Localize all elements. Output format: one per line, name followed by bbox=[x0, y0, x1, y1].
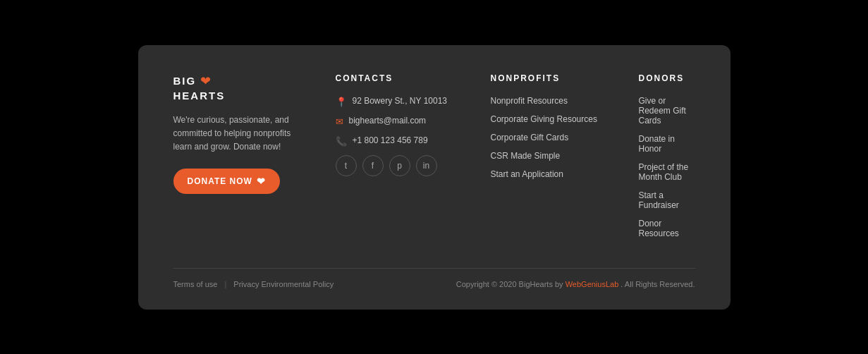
donors-links: Give or Redeem Gift CardsDonate in Honor… bbox=[639, 96, 695, 238]
social-icons: t f p in bbox=[336, 155, 463, 176]
footer: BIG ❤ HEARTS We're curious, passionate, … bbox=[138, 45, 731, 310]
donor-link[interactable]: Give or Redeem Gift Cards bbox=[639, 96, 695, 126]
copyright-link[interactable]: WebGeniusLab bbox=[566, 280, 619, 288]
brand-logo: BIG ❤ HEARTS bbox=[173, 73, 307, 103]
heart-icon: ❤ bbox=[200, 73, 211, 89]
donor-link[interactable]: Project of the Month Club bbox=[639, 162, 695, 182]
brand-text-line1: BIG bbox=[173, 74, 197, 88]
contact-phone: 📞 +1 800 123 456 789 bbox=[336, 135, 463, 147]
copyright-suffix: . All Rights Reserved. bbox=[621, 280, 695, 288]
footer-legal: Terms of use | Privacy Environmental Pol… bbox=[173, 280, 334, 288]
contact-address: 📍 92 Bowery St., NY 10013 bbox=[336, 96, 463, 107]
pinterest-button[interactable]: p bbox=[389, 155, 410, 176]
nonprofits-heading: NONPROFITS bbox=[491, 73, 611, 83]
footer-top: BIG ❤ HEARTS We're curious, passionate, … bbox=[173, 73, 695, 247]
donate-heart-icon: ❤ bbox=[257, 176, 266, 187]
nonprofit-link[interactable]: Start an Application bbox=[491, 169, 611, 179]
donors-column: DONORS Give or Redeem Gift CardsDonate i… bbox=[639, 73, 695, 247]
nonprofit-link[interactable]: Corporate Giving Resources bbox=[491, 114, 611, 124]
contacts-column: CONTACTS 📍 92 Bowery St., NY 10013 ✉ big… bbox=[336, 73, 463, 176]
email-icon: ✉ bbox=[336, 116, 343, 127]
footer-bottom: Terms of use | Privacy Environmental Pol… bbox=[173, 280, 695, 288]
nonprofits-links: Nonprofit ResourcesCorporate Giving Reso… bbox=[491, 96, 611, 179]
nonprofit-link[interactable]: CSR Made Simple bbox=[491, 151, 611, 161]
instagram-button[interactable]: in bbox=[416, 155, 437, 176]
twitter-button[interactable]: t bbox=[336, 155, 357, 176]
contacts-heading: CONTACTS bbox=[336, 73, 463, 83]
copyright-text: Copyright © 2020 BigHearts by bbox=[456, 280, 563, 288]
donate-button[interactable]: DONATE NOW ❤ bbox=[173, 169, 280, 194]
contact-address-text: 92 Bowery St., NY 10013 bbox=[353, 96, 448, 106]
donor-link[interactable]: Start a Fundraiser bbox=[639, 190, 695, 210]
donor-link[interactable]: Donor Resources bbox=[639, 219, 695, 238]
brand-text-line2: HEARTS bbox=[173, 90, 226, 102]
brand-tagline: We're curious, passionate, and committed… bbox=[173, 114, 307, 154]
donate-label: DONATE NOW bbox=[188, 176, 252, 186]
facebook-button[interactable]: f bbox=[362, 155, 384, 176]
nonprofit-link[interactable]: Nonprofit Resources bbox=[491, 96, 611, 106]
phone-icon: 📞 bbox=[336, 136, 347, 147]
privacy-link[interactable]: Privacy Environmental Policy bbox=[233, 280, 334, 288]
nonprofits-column: NONPROFITS Nonprofit ResourcesCorporate … bbox=[491, 73, 611, 188]
donors-heading: DONORS bbox=[639, 73, 695, 83]
donor-link[interactable]: Donate in Honor bbox=[639, 134, 695, 154]
contact-email: ✉ bighearts@mail.com bbox=[336, 116, 463, 127]
contact-email-text: bighearts@mail.com bbox=[349, 116, 427, 126]
terms-link[interactable]: Terms of use bbox=[173, 280, 218, 288]
brand-column: BIG ❤ HEARTS We're curious, passionate, … bbox=[173, 73, 307, 194]
brand-name: BIG ❤ HEARTS bbox=[173, 73, 226, 103]
footer-copyright: Copyright © 2020 BigHearts by WebGeniusL… bbox=[456, 280, 695, 288]
nonprofit-link[interactable]: Corporate Gift Cards bbox=[491, 133, 611, 142]
contact-phone-text: +1 800 123 456 789 bbox=[353, 135, 428, 145]
location-icon: 📍 bbox=[336, 97, 347, 107]
footer-divider bbox=[173, 268, 695, 269]
footer-divider-pipe: | bbox=[224, 280, 226, 288]
